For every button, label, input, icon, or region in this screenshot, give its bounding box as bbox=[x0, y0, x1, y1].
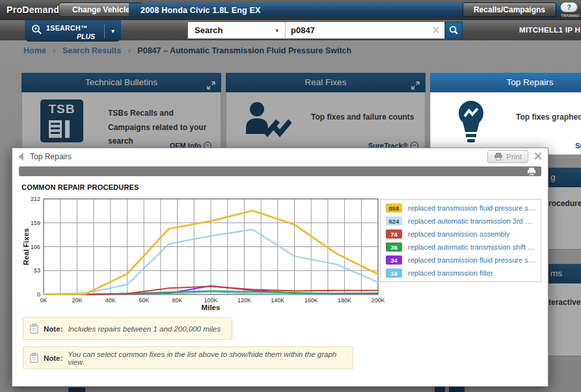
legend-label: replaced transmission filter bbox=[408, 269, 493, 277]
mitchell1-brand-text: MITCHELL1 IP H bbox=[519, 26, 580, 34]
lightbulb-graph-icon bbox=[457, 99, 485, 146]
onesearch-plus-button[interactable]: 1SEARCH™ PLUS ▾ bbox=[25, 20, 121, 42]
legend-item[interactable]: 36replaced automatic transmission shift … bbox=[381, 241, 541, 254]
modal-toolbar bbox=[19, 166, 541, 176]
card-description: Top fixes graphed over bbox=[516, 111, 581, 125]
svg-text:120K: 120K bbox=[237, 297, 251, 304]
svg-text:53: 53 bbox=[34, 267, 40, 274]
svg-text:80K: 80K bbox=[172, 297, 183, 304]
app-logo: ProDemand bbox=[7, 5, 59, 15]
training-label: TRAINING bbox=[561, 14, 580, 18]
note-box: Note: You can select common fixes in the… bbox=[23, 346, 353, 369]
top-bar: ProDemand Change Vehicle 2008 Honda Civi… bbox=[0, 0, 581, 20]
legend-label: replaced transmission fluid pressure sen… bbox=[408, 256, 535, 264]
note-icon bbox=[30, 353, 38, 363]
svg-text:140K: 140K bbox=[271, 297, 284, 304]
svg-text:0K: 0K bbox=[40, 297, 47, 304]
top-repairs-modal: Top Repairs Print ✕ COMMON REPAIR PROCED… bbox=[12, 148, 548, 387]
legend-count-badge: 858 bbox=[386, 203, 402, 213]
search-input[interactable] bbox=[286, 25, 427, 35]
legend-item[interactable]: 34replaced transmission fluid pressure s… bbox=[381, 254, 541, 267]
svg-text:160K: 160K bbox=[304, 297, 318, 304]
legend-label: replaced automatic transmission shift so… bbox=[408, 243, 535, 251]
recalls-campaigns-button[interactable]: Recalls/Campaigns bbox=[463, 3, 556, 17]
search-box: Search ▾ ✕ bbox=[187, 21, 445, 39]
svg-text:Miles: Miles bbox=[202, 304, 221, 311]
chevron-down-icon[interactable]: ▾ bbox=[104, 24, 121, 38]
printer-icon bbox=[494, 153, 503, 161]
svg-text:40K: 40K bbox=[105, 297, 116, 304]
svg-text:212: 212 bbox=[31, 196, 40, 202]
svg-text:180K: 180K bbox=[338, 297, 351, 304]
svg-text:60K: 60K bbox=[139, 297, 149, 304]
svg-text:20K: 20K bbox=[72, 297, 82, 304]
legend-label: replaced transmission fluid pressure swi… bbox=[408, 204, 535, 212]
svg-text:106: 106 bbox=[31, 244, 40, 250]
legend-item[interactable]: 74replaced transmission assembly bbox=[381, 228, 541, 241]
chart-title: COMMON REPAIR PROCEDURES bbox=[21, 183, 139, 191]
legend-label: replaced transmission assembly bbox=[408, 230, 510, 238]
clear-search-icon[interactable]: ✕ bbox=[427, 24, 444, 36]
legend-count-badge: 624 bbox=[386, 216, 402, 226]
search-bar: Search ▾ ✕ bbox=[187, 21, 463, 39]
repairs-line-chart: 0531061592120K20K40K60K80K100K120K140K16… bbox=[21, 194, 390, 313]
modal-title-bar: Top Repairs Print ✕ bbox=[12, 148, 548, 165]
note-icon bbox=[30, 324, 38, 333]
note-box: Note: Includes repairs between 1 and 200… bbox=[23, 317, 232, 340]
legend-item[interactable]: 16replaced transmission filter bbox=[381, 267, 541, 280]
legend-count-badge: 36 bbox=[386, 242, 402, 252]
search-category-select[interactable]: Search ▾ bbox=[188, 22, 286, 38]
help-icon[interactable]: ? bbox=[560, 2, 578, 12]
legend-label: replaced automatic transmission 3rd clut… bbox=[408, 217, 535, 225]
search-icon bbox=[449, 25, 459, 35]
card-top-repairs: Top Repairs Top fixes graphed over SureT… bbox=[430, 73, 581, 155]
printer-icon[interactable] bbox=[527, 167, 536, 179]
close-icon[interactable]: ✕ bbox=[533, 149, 543, 164]
search-submit-button[interactable] bbox=[445, 21, 463, 39]
legend-count-badge: 74 bbox=[386, 229, 402, 239]
modal-title: Top Repairs bbox=[30, 152, 72, 161]
search-icon bbox=[31, 24, 42, 38]
svg-text:100K: 100K bbox=[204, 297, 217, 304]
card-header-top-repairs[interactable]: Top Repairs bbox=[430, 73, 581, 92]
card-body[interactable]: Top fixes graphed over SureTrack® − bbox=[430, 92, 581, 155]
back-icon[interactable] bbox=[18, 153, 23, 161]
chevron-down-icon: ▾ bbox=[275, 27, 278, 34]
chart-legend: 858replaced transmission fluid pressure … bbox=[380, 199, 541, 282]
legend-item[interactable]: 624replaced automatic transmission 3rd c… bbox=[381, 215, 541, 228]
suretrack-link[interactable]: SureTrack® − bbox=[575, 142, 581, 150]
legend-item[interactable]: 858replaced transmission fluid pressure … bbox=[381, 202, 541, 215]
svg-text:Real Fixes: Real Fixes bbox=[22, 228, 30, 265]
legend-count-badge: 34 bbox=[386, 255, 402, 265]
print-button[interactable]: Print bbox=[487, 150, 528, 163]
onesearch-label: 1SEARCH™ PLUS bbox=[46, 21, 104, 40]
legend-count-badge: 16 bbox=[386, 268, 402, 278]
svg-text:159: 159 bbox=[31, 220, 40, 226]
svg-text:200K: 200K bbox=[371, 297, 385, 304]
